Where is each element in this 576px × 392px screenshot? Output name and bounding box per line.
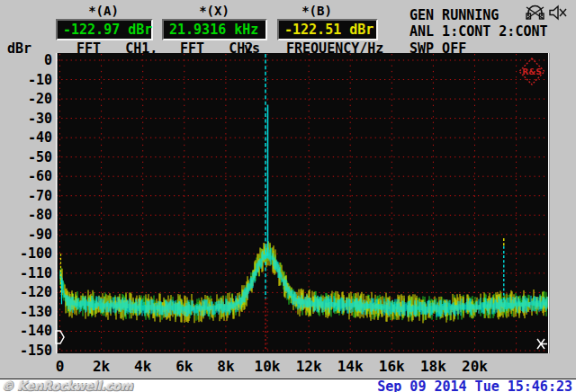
analyzer-screen: *(A) *(X) *(B) -122.97 dBr 21.9316 kHz -… (0, 0, 576, 392)
svg-text:R&S: R&S (522, 67, 541, 76)
footer-bar: © KenRockwell.com Sep 09 2014 Tue 15:46:… (0, 379, 576, 392)
fft-plot: R&S (0, 0, 576, 392)
watermark: © KenRockwell.com (2, 379, 133, 392)
clock: Sep 09 2014 Tue 15:46:23 (377, 379, 572, 392)
